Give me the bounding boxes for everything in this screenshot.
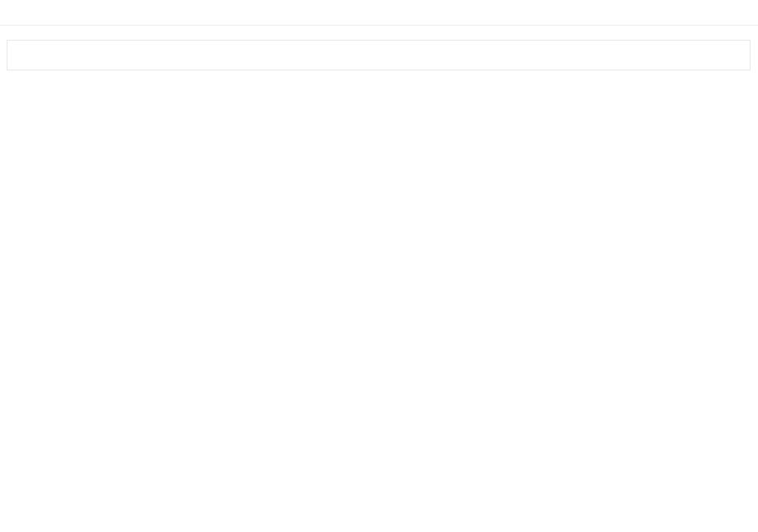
- kline-chart-canvas[interactable]: [0, 0, 758, 532]
- header-divider: [0, 25, 758, 26]
- period-tab-bar: [7, 40, 751, 70]
- kline-widget: [0, 0, 758, 532]
